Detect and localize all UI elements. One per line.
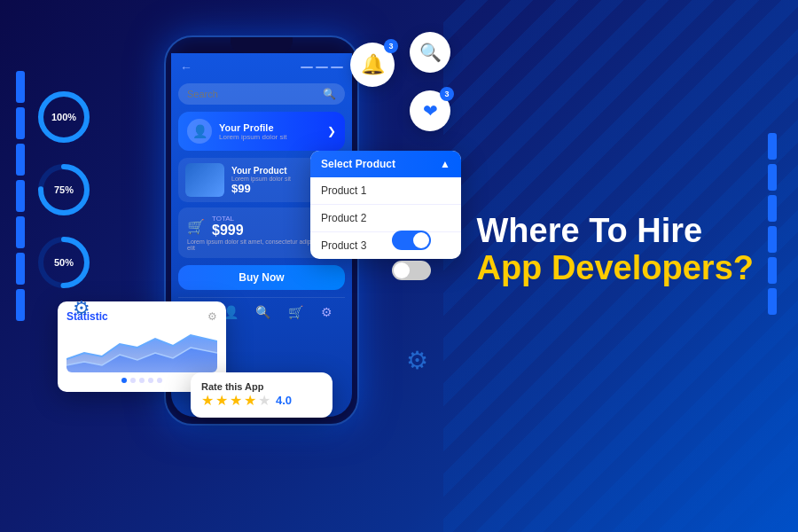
product-info: Your Product Lorem ipsum dolor sit $99	[231, 166, 318, 195]
left-bars	[16, 71, 25, 321]
heart-symbol: ❤	[423, 100, 438, 121]
left-bar	[16, 253, 25, 285]
gear-tl-icon: ⚙	[73, 297, 90, 320]
right-bar	[768, 226, 777, 253]
right-bar	[768, 133, 777, 160]
headline: Where To Hire App Developers?	[476, 213, 754, 287]
settings-icon[interactable]: ⚙	[321, 305, 332, 319]
total-label: TOTAL	[212, 215, 244, 223]
chevron-up-icon: ▲	[440, 158, 450, 170]
gauge-50: 50%	[35, 234, 92, 291]
stars[interactable]: ★★★★★	[201, 392, 272, 409]
product-image	[185, 163, 224, 197]
select-product-label: Select Product	[321, 158, 395, 170]
right-bars	[768, 133, 777, 315]
statistic-gear-icon[interactable]: ⚙	[207, 310, 217, 323]
search-icon: 🔍	[323, 88, 336, 100]
gauge-100: 100%	[35, 89, 92, 145]
profile-card[interactable]: 👤 Your Profile Lorem ipsum dolor sit ❯	[178, 112, 345, 151]
bell-icon-button[interactable]: 🔔 3	[350, 43, 395, 87]
rate-content: Rate this App ★★★★★ 4.0	[201, 381, 292, 409]
scene: 100% 75% 50% ←	[0, 0, 798, 532]
rate-app-card: Rate this App ★★★★★ 4.0	[191, 372, 332, 418]
chart-dot	[121, 378, 127, 383]
left-bar	[16, 180, 25, 212]
gauge-75: 75%	[35, 161, 92, 218]
product-option-2[interactable]: Product 2	[310, 205, 461, 232]
left-bar	[16, 216, 25, 248]
right-bar	[768, 164, 777, 191]
right-bar	[768, 257, 777, 284]
bell-badge: 3	[384, 39, 398, 53]
product-option-3[interactable]: Product 3	[310, 232, 461, 259]
toggles	[392, 231, 431, 280]
phone-topbar: ←	[178, 57, 345, 78]
total-price: $999	[212, 223, 244, 239]
profile-text: Your Profile Lorem ipsum dolor sit	[219, 122, 320, 141]
gauge-100-label: 100%	[51, 112, 76, 122]
product-option-1[interactable]: Product 1	[310, 177, 461, 205]
star-empty: ★	[258, 393, 272, 408]
right-bar	[768, 195, 777, 222]
left-bar	[16, 71, 25, 103]
chart-dot	[148, 378, 153, 383]
right-bar	[768, 288, 777, 315]
select-product-header: Select Product ▲	[310, 151, 461, 177]
search-input[interactable]	[187, 89, 323, 99]
product-sub: Lorem ipsum dolor sit	[231, 176, 318, 182]
chart-dot	[139, 378, 145, 383]
toggle-1[interactable]	[392, 231, 431, 250]
chart-dot	[130, 378, 136, 383]
heart-badge: 3	[440, 87, 454, 101]
chart-dot	[157, 378, 162, 383]
gear-br-icon: ⚙	[406, 346, 428, 375]
buy-now-button[interactable]: Buy Now	[178, 265, 345, 290]
back-arrow-icon[interactable]: ←	[180, 60, 192, 74]
toggle-2[interactable]	[392, 261, 431, 280]
product-title: Your Product	[231, 166, 318, 176]
gauge-50-label: 50%	[54, 257, 74, 268]
menu-icon[interactable]	[301, 66, 343, 68]
select-product-dropdown: Select Product ▲ Product 1 Product 2 Pro…	[310, 151, 461, 259]
left-bar	[16, 144, 25, 176]
avatar: 👤	[187, 119, 212, 144]
profile-sub: Lorem ipsum dolor sit	[219, 133, 320, 141]
headline-line2: App Developers?	[476, 250, 754, 287]
left-bar	[16, 107, 25, 139]
search-bar[interactable]: 🔍	[178, 83, 345, 105]
search-circle-icon: 🔍	[419, 42, 442, 63]
product-price: $99	[231, 182, 318, 195]
heart-icon-button[interactable]: ❤ 3	[410, 90, 450, 131]
search-circle-button[interactable]: 🔍	[410, 32, 450, 73]
gauges: 100% 75% 50%	[35, 89, 92, 291]
rate-label: Rate this App	[201, 381, 292, 392]
headline-line1: Where To Hire	[476, 213, 754, 250]
gauge-75-label: 75%	[54, 184, 74, 195]
chevron-right-icon: ❯	[327, 125, 336, 137]
chart-area	[66, 328, 217, 372]
left-bar	[16, 289, 25, 321]
toggle-knob-2	[394, 262, 410, 278]
cart-icon: 🛒	[187, 218, 205, 235]
rate-score: 4.0	[276, 394, 292, 407]
phone-notch	[231, 37, 293, 53]
search-nav-icon[interactable]: 🔍	[255, 305, 270, 319]
toggle-knob-1	[413, 232, 429, 248]
profile-name: Your Profile	[219, 122, 320, 133]
cart-nav-icon[interactable]: 🛒	[288, 305, 303, 319]
bell-symbol: 🔔	[361, 53, 385, 76]
